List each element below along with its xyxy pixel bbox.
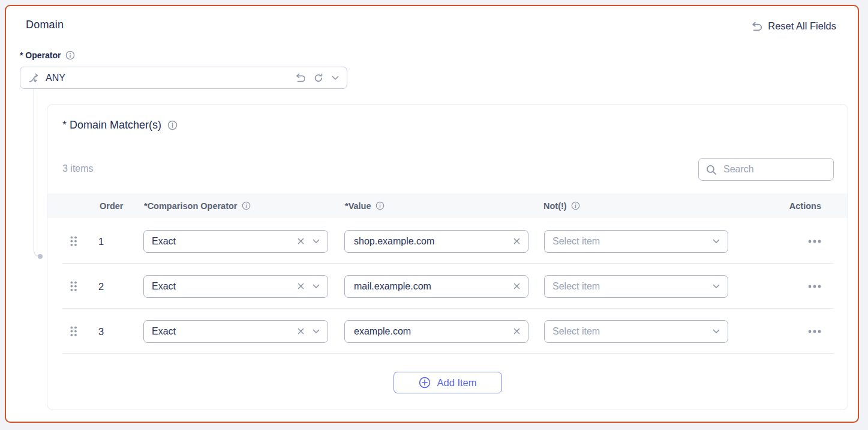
search-icon [706, 165, 716, 175]
row-actions-button[interactable] [808, 284, 821, 288]
order-cell: 1 [98, 235, 104, 247]
clear-x-icon[interactable] [513, 283, 520, 289]
operator-label-text: * Operator [20, 50, 61, 60]
domain-matchers-panel: * Domain Matcher(s) 3 items Order *Compa… [47, 104, 848, 410]
value-input[interactable] [353, 326, 513, 338]
clear-x-icon[interactable] [513, 328, 520, 335]
table-row: 3 Exact [47, 309, 848, 354]
comparison-operator-select[interactable]: Exact [143, 230, 328, 253]
chevron-down-icon[interactable] [713, 329, 720, 334]
row-actions-button[interactable] [808, 239, 821, 243]
operator-select[interactable]: ANY [20, 67, 347, 89]
value-input-wrapper [344, 275, 528, 298]
table-row: 1 Exact [47, 219, 848, 264]
comparison-operator-value: Exact [152, 326, 176, 337]
info-icon[interactable] [167, 120, 178, 130]
branch-icon [28, 73, 39, 83]
add-item-label: Add Item [437, 377, 476, 389]
clear-x-icon[interactable] [298, 328, 304, 335]
items-count-label: 3 items [62, 163, 94, 174]
clear-x-icon[interactable] [298, 238, 304, 244]
plus-circle-icon [419, 377, 431, 389]
search-input[interactable] [722, 163, 826, 175]
chevron-down-icon[interactable] [313, 329, 320, 334]
chevron-down-icon[interactable] [332, 76, 339, 80]
domain-form-card: Domain Reset All Fields * Operator ANY [5, 5, 859, 423]
tree-connector-line [34, 89, 42, 257]
search-input-wrapper[interactable] [698, 158, 834, 181]
undo-icon [750, 22, 762, 31]
info-icon[interactable] [376, 201, 385, 210]
table-header-row: Order *Comparison Operator *Value Not(!) [47, 193, 848, 218]
comparison-operator-select[interactable]: Exact [143, 275, 328, 298]
not-select-placeholder: Select item [552, 236, 600, 247]
info-icon[interactable] [571, 201, 580, 210]
value-input-wrapper [344, 230, 528, 253]
refresh-icon[interactable] [314, 73, 323, 82]
reset-all-fields-label: Reset All Fields [768, 20, 836, 32]
tree-connector-dot [38, 254, 43, 259]
not-select[interactable]: Select item [544, 275, 728, 298]
order-cell: 3 [98, 326, 104, 337]
chevron-down-icon[interactable] [713, 284, 720, 289]
not-select-placeholder: Select item [552, 281, 600, 292]
value-input[interactable] [353, 280, 513, 292]
column-header-not: Not(!) [543, 193, 580, 218]
chevron-down-icon[interactable] [313, 284, 320, 289]
chevron-down-icon[interactable] [313, 239, 320, 244]
column-header-comparison-operator: *Comparison Operator [144, 193, 251, 218]
page-title: Domain [26, 19, 64, 31]
operator-field-label: * Operator [20, 50, 75, 60]
clear-x-icon[interactable] [298, 283, 304, 289]
add-item-button[interactable]: Add Item [394, 372, 502, 393]
info-icon[interactable] [65, 50, 75, 60]
comparison-operator-select[interactable]: Exact [143, 320, 328, 343]
domain-matchers-title-text: * Domain Matcher(s) [62, 119, 161, 132]
not-select[interactable]: Select item [544, 320, 728, 343]
table-row: 2 Exact [47, 264, 848, 309]
row-actions-button[interactable] [808, 329, 821, 333]
comparison-operator-value: Exact [152, 281, 176, 292]
clear-x-icon[interactable] [513, 238, 520, 244]
order-cell: 2 [98, 280, 104, 292]
info-icon[interactable] [242, 201, 251, 210]
drag-handle-icon[interactable] [70, 281, 77, 292]
chevron-down-icon[interactable] [713, 239, 720, 244]
column-header-order: Order [100, 193, 124, 218]
undo-icon[interactable] [295, 73, 305, 82]
not-select[interactable]: Select item [544, 230, 728, 253]
drag-handle-icon[interactable] [70, 236, 77, 247]
comparison-operator-value: Exact [152, 236, 176, 247]
value-input-wrapper [344, 320, 528, 343]
column-header-actions: Actions [789, 193, 821, 218]
operator-selected-value: ANY [46, 73, 65, 83]
value-input[interactable] [353, 235, 513, 247]
not-select-placeholder: Select item [552, 326, 600, 337]
drag-handle-icon[interactable] [70, 326, 77, 337]
reset-all-fields-button[interactable]: Reset All Fields [750, 20, 836, 32]
column-header-value: *Value [345, 193, 385, 218]
domain-matchers-title: * Domain Matcher(s) [62, 119, 178, 132]
